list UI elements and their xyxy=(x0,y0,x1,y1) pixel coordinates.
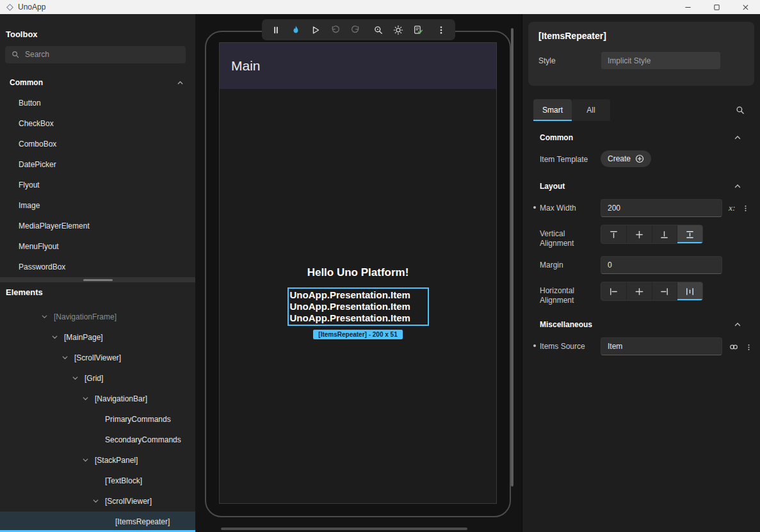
panel-splitter[interactable] xyxy=(0,277,195,282)
item-template-label: Item Template xyxy=(540,150,601,165)
hot-reload-flame-icon[interactable] xyxy=(290,24,302,36)
toolbox-item-flyout[interactable]: Flyout xyxy=(0,175,195,195)
halign-stretch-button[interactable] xyxy=(677,282,702,300)
toolbox-item-button[interactable]: Button xyxy=(0,93,195,113)
selected-itemsrepeater[interactable]: UnoApp.Presentation.Item UnoApp.Presenta… xyxy=(287,287,429,326)
selected-element-title: [ItemsRepeater] xyxy=(538,31,744,41)
max-width-value[interactable] xyxy=(608,204,715,213)
splitter-handle[interactable] xyxy=(83,279,113,281)
titlebar: UnoApp xyxy=(0,0,760,14)
minimize-icon[interactable] xyxy=(674,0,702,14)
data-binding-icon[interactable] xyxy=(729,342,739,352)
toolbox-item-checkbox[interactable]: CheckBox xyxy=(0,113,195,134)
chevron-down-icon[interactable] xyxy=(61,354,70,361)
close-icon[interactable] xyxy=(731,0,760,14)
tree-item-scrollviewer-2[interactable]: [ScrollViewer] xyxy=(0,491,195,512)
search-input[interactable] xyxy=(25,50,179,59)
chevron-up-icon[interactable] xyxy=(734,321,741,328)
chevron-down-icon[interactable] xyxy=(82,395,91,402)
chevron-down-icon[interactable] xyxy=(72,375,81,382)
tree-item-itemsrepeater[interactable]: [ItemsRepeater] xyxy=(0,512,195,532)
create-template-button[interactable]: Create xyxy=(601,150,651,167)
toolbox-item-mediaplayerelement[interactable]: MediaPlayerElement xyxy=(0,216,195,236)
items-source-input[interactable] xyxy=(601,337,722,355)
section-label: Common xyxy=(10,78,43,87)
xbind-icon[interactable]: x: xyxy=(729,204,736,213)
designer-toolbar xyxy=(262,19,455,40)
chevron-down-icon[interactable] xyxy=(41,313,50,320)
item-template-row: Item Template Create xyxy=(528,150,754,167)
tree-item-primarycommands[interactable]: PrimaryCommands xyxy=(0,409,195,430)
modified-dot xyxy=(533,344,536,347)
valign-stretch-button[interactable] xyxy=(677,225,702,243)
max-width-row: Max Width x: xyxy=(528,199,754,217)
halign-right-button[interactable] xyxy=(652,282,678,300)
pause-icon[interactable] xyxy=(270,24,282,36)
theme-toggle-icon[interactable] xyxy=(392,24,404,36)
valign-center-button[interactable] xyxy=(627,225,652,243)
modified-dot xyxy=(533,206,536,209)
style-label: Style xyxy=(538,56,601,65)
margin-value[interactable] xyxy=(608,261,715,270)
app-page-title: Main xyxy=(231,58,261,74)
tree-item-grid[interactable]: [Grid] xyxy=(0,368,195,389)
chevron-up-icon[interactable] xyxy=(177,79,184,86)
toolbox-item-image[interactable]: Image xyxy=(0,195,195,216)
more-options-icon[interactable] xyxy=(741,204,750,213)
toolbox-section-common[interactable]: Common xyxy=(0,73,195,93)
tree-item-mainpage[interactable]: [MainPage] xyxy=(0,327,195,348)
canvas-horizontal-scrollbar[interactable] xyxy=(221,528,467,530)
canvas-vertical-scrollbar[interactable] xyxy=(511,28,513,487)
tree-item-navigationframe[interactable]: [NavigationFrame] xyxy=(0,307,195,327)
more-options-icon[interactable] xyxy=(745,343,753,351)
section-common[interactable]: Common xyxy=(528,126,754,149)
tree-item-scrollviewer[interactable]: [ScrollViewer] xyxy=(0,348,195,368)
play-icon[interactable] xyxy=(310,24,321,36)
validation-icon[interactable] xyxy=(412,24,424,36)
toolbox-list: Button CheckBox ComboBox DatePicker Flyo… xyxy=(0,93,195,277)
margin-input[interactable] xyxy=(601,256,722,274)
chevron-down-icon[interactable] xyxy=(51,334,60,341)
selected-element-card: [ItemsRepeater] Style Implicit Style xyxy=(528,22,754,86)
tree-item-stackpanel[interactable]: [StackPanel] xyxy=(0,450,195,471)
app-preview-screen[interactable]: Main Hello Uno Platform! UnoApp.Presenta… xyxy=(219,42,497,504)
section-layout[interactable]: Layout xyxy=(528,175,754,198)
properties-search-icon[interactable] xyxy=(736,106,745,115)
toolbox-item-menuflyout[interactable]: MenuFlyout xyxy=(0,236,195,257)
halign-left-button[interactable] xyxy=(601,282,627,300)
valign-bottom-button[interactable] xyxy=(652,225,678,243)
tree-item-textblock[interactable]: [TextBlock] xyxy=(0,471,195,491)
vertical-alignment-group xyxy=(601,225,703,244)
plus-circle-icon xyxy=(635,154,644,163)
redo-icon[interactable] xyxy=(350,24,361,36)
items-source-value[interactable] xyxy=(608,342,715,351)
repeater-item: UnoApp.Presentation.Item xyxy=(290,312,426,324)
tab-smart[interactable]: Smart xyxy=(533,99,572,121)
chevron-up-icon[interactable] xyxy=(734,182,741,190)
undo-icon[interactable] xyxy=(330,24,341,36)
hello-textblock[interactable]: Hello Uno Platform! xyxy=(307,266,409,279)
section-miscellaneous[interactable]: Miscellaneous xyxy=(528,313,754,336)
toolbox-item-combobox[interactable]: ComboBox xyxy=(0,134,195,154)
repeater-item: UnoApp.Presentation.Item xyxy=(290,289,426,301)
tab-all[interactable]: All xyxy=(572,99,610,121)
toolbox-item-passwordbox[interactable]: PasswordBox xyxy=(0,257,195,277)
maximize-icon[interactable] xyxy=(702,0,731,14)
chevron-down-icon[interactable] xyxy=(82,456,91,463)
toolbox-search[interactable] xyxy=(5,46,186,63)
chevron-up-icon[interactable] xyxy=(734,134,741,141)
app-navbar[interactable]: Main xyxy=(220,43,496,89)
max-width-input[interactable] xyxy=(601,199,722,217)
halign-center-button[interactable] xyxy=(627,282,652,300)
tree-item-secondarycommands[interactable]: SecondaryCommands xyxy=(0,430,195,450)
margin-row: Margin xyxy=(528,256,754,274)
more-options-icon[interactable] xyxy=(435,24,447,36)
chevron-down-icon[interactable] xyxy=(92,497,101,504)
horizontal-alignment-group xyxy=(601,282,703,301)
design-canvas[interactable]: Main Hello Uno Platform! UnoApp.Presenta… xyxy=(195,14,522,532)
style-input[interactable]: Implicit Style xyxy=(601,52,720,69)
inspect-element-icon[interactable] xyxy=(373,24,384,36)
tree-item-navigationbar[interactable]: [NavigationBar] xyxy=(0,389,195,409)
valign-top-button[interactable] xyxy=(601,225,627,243)
toolbox-item-datepicker[interactable]: DatePicker xyxy=(0,154,195,175)
